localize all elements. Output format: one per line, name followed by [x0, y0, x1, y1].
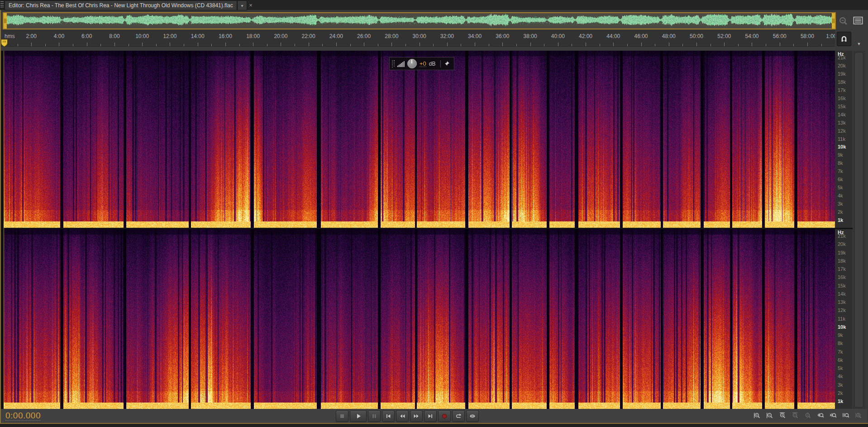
frequency-label: 20k	[838, 63, 846, 68]
volume-value[interactable]: +0	[420, 61, 426, 67]
rewind-button[interactable]	[396, 410, 409, 422]
ruler-time-label: 42:00	[579, 33, 592, 39]
panel-focus-border-bottom	[0, 423, 868, 424]
reset-zoom-button[interactable]	[853, 411, 864, 421]
zoom-out-full-button[interactable]	[802, 411, 814, 421]
frequency-label: 1k	[838, 398, 843, 404]
spectrogram-left-channel[interactable]	[4, 51, 835, 228]
ruler-time-label: 12:00	[163, 33, 176, 39]
skip-selection-icon	[469, 413, 476, 419]
loop-playback-button[interactable]	[452, 410, 465, 422]
volume-unit-label: dB	[429, 61, 436, 67]
ruler-time-label: 48:00	[662, 33, 676, 39]
zoom-in-amplitude-button[interactable]	[752, 411, 763, 421]
frequency-label: 17k	[838, 266, 846, 272]
spectrogram-right-channel[interactable]	[4, 229, 835, 409]
pause-button[interactable]	[368, 410, 381, 422]
ruler-time-label: 30:00	[413, 33, 426, 39]
frequency-label: 9k	[838, 332, 843, 338]
ruler-time-label: 22:00	[302, 33, 315, 39]
ruler-time-label: 44:00	[606, 33, 620, 39]
frequency-label: 8k	[838, 160, 843, 166]
tab-menu-caret-button[interactable]: ▾	[237, 0, 247, 10]
ruler-time-label: 38:00	[524, 33, 537, 39]
skip-to-start-button[interactable]	[382, 410, 395, 422]
ruler-time-label: 10:00	[135, 33, 149, 39]
stop-icon	[339, 413, 345, 419]
ruler-time-label: 1:00:00	[826, 33, 835, 39]
playback-time-display[interactable]: 0:00.000	[5, 411, 41, 421]
navigator-right-handle[interactable]	[832, 13, 835, 29]
frequency-label: 5k	[838, 365, 843, 371]
navigator-menu-button[interactable]	[853, 16, 863, 26]
record-button[interactable]	[438, 410, 451, 422]
channel-divider[interactable]	[1, 228, 865, 229]
frequency-label: 20k	[838, 241, 846, 247]
skip-end-icon	[427, 413, 434, 419]
panel-grip-icon[interactable]	[0, 1, 4, 9]
ruler-time-label: 18:00	[246, 33, 260, 39]
frequency-label: 2k	[838, 209, 843, 215]
frequency-label: 9k	[838, 152, 843, 158]
frequency-label: 4k	[838, 374, 843, 379]
frequency-label: 16k	[838, 274, 846, 280]
transport-controls	[336, 410, 479, 422]
frequency-label: 12k	[838, 128, 846, 134]
skip-to-end-button[interactable]	[424, 410, 437, 422]
timeline-ruler[interactable]: hms 2:004:006:008:0010:0012:0014:0016:00…	[1, 30, 835, 51]
editor-tab[interactable]: Editor: Chris Rea - The Best Of Chris Re…	[5, 0, 237, 10]
frequency-label: 18k	[838, 79, 846, 85]
frequency-label: 8k	[838, 341, 843, 346]
frequency-label: 6k	[838, 357, 843, 363]
zoom-to-in-point-button[interactable]	[815, 411, 826, 421]
pin-icon[interactable]	[444, 61, 450, 67]
ruler-time-label: 50:00	[690, 33, 703, 39]
frequency-label: 15k	[838, 283, 846, 288]
ruler-time-label: 36:00	[496, 33, 509, 39]
ruler-time-label: 54:00	[745, 33, 758, 39]
zoom-out-round-icon	[838, 16, 848, 26]
frequency-label: 17k	[838, 87, 846, 93]
tab-close-button[interactable]: ×	[247, 0, 255, 10]
ruler-time-label: 16:00	[219, 33, 232, 39]
zoom-in-time-button[interactable]	[777, 411, 788, 421]
volume-hud[interactable]: +0 dB	[389, 57, 454, 70]
frequency-scale-right[interactable]: Hz21k20k19k18k17k16k15k14k13k12k11k10k9k…	[835, 229, 852, 409]
snap-toggle-button[interactable]	[837, 32, 851, 46]
editor-tab-bar: Editor: Chris Rea - The Best Of Chris Re…	[0, 0, 868, 10]
zoom-to-selection-button[interactable]	[840, 411, 852, 421]
zoom-navigator-strip[interactable]	[3, 12, 836, 29]
frequency-scale-left[interactable]: Hz21k20k19k18k17k16k15k14k13k12k11k10k9k…	[835, 51, 852, 228]
zoom-out-time-button[interactable]	[790, 411, 801, 421]
ruler-time-label: 28:00	[385, 33, 398, 39]
frequency-label: 4k	[838, 193, 843, 198]
frequency-label: 11k	[838, 316, 845, 321]
navigator-left-handle[interactable]	[4, 13, 7, 29]
playhead-handle[interactable]	[0, 38, 8, 48]
fast-forward-button[interactable]	[410, 410, 423, 422]
hud-drag-grip-icon[interactable]	[392, 60, 395, 67]
play-button[interactable]	[350, 410, 367, 422]
frequency-label: 3k	[838, 382, 843, 388]
zoom-to-out-point-button[interactable]	[828, 411, 839, 421]
scrollbar-thumb[interactable]	[854, 52, 863, 408]
ruler-time-label: 46:00	[634, 33, 648, 39]
chevron-down-icon: ▼	[857, 42, 861, 46]
zoom-out-amplitude-button[interactable]	[764, 411, 776, 421]
skip-selection-button[interactable]	[466, 410, 479, 422]
loop-icon	[455, 413, 462, 419]
volume-knob[interactable]	[407, 59, 417, 68]
play-icon	[355, 413, 362, 419]
overview-waveform-canvas[interactable]	[4, 13, 833, 27]
navigator-icons	[838, 15, 867, 27]
ruler-time-label: 52:00	[717, 33, 731, 39]
frequency-label: 10k	[838, 324, 846, 330]
frequency-label: 10k	[838, 144, 846, 149]
scale-menu-caret[interactable]: ▼	[853, 41, 865, 47]
volume-meter-icon	[397, 61, 405, 67]
ruler-time-label: 2:00	[26, 33, 37, 39]
frequency-label: 13k	[838, 120, 846, 125]
stop-button[interactable]	[336, 410, 348, 422]
navigator-zoom-out-full-button[interactable]	[838, 16, 848, 26]
vertical-zoom-scrollbar[interactable]	[853, 51, 865, 409]
